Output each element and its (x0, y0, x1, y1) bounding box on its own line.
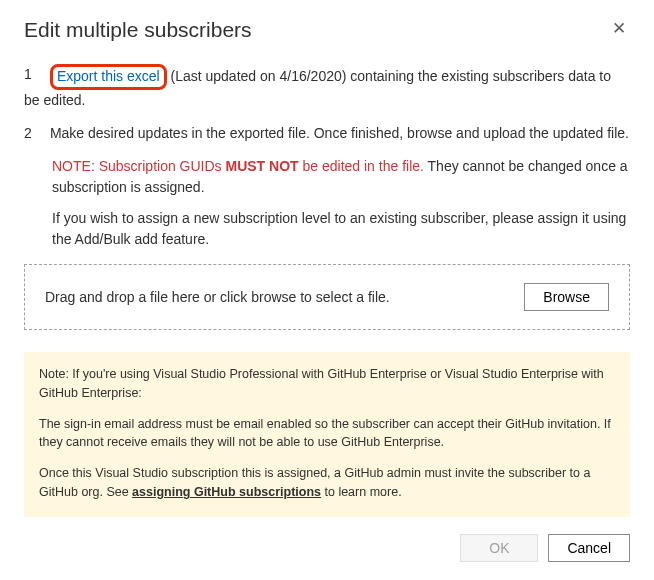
ok-button[interactable]: OK (460, 534, 538, 562)
step-1: 1 Export this excel (Last updated on 4/1… (24, 64, 630, 111)
notice-p2: The sign-in email address must be email … (39, 415, 615, 453)
file-dropzone[interactable]: Drag and drop a file here or click brows… (24, 264, 630, 330)
dropzone-text: Drag and drop a file here or click brows… (45, 289, 390, 305)
step-2-number: 2 (24, 123, 46, 144)
step-1-number: 1 (24, 64, 46, 85)
note-red-suffix: be edited in the file. (299, 158, 424, 174)
export-highlight: Export this excel (50, 64, 167, 90)
notice-p3: Once this Visual Studio subscription thi… (39, 464, 615, 502)
cancel-button[interactable]: Cancel (548, 534, 630, 562)
note-red-bold: MUST NOT (226, 158, 299, 174)
notice-p1: Note: If you're using Visual Studio Prof… (39, 365, 615, 403)
github-notice: Note: If you're using Visual Studio Prof… (24, 352, 630, 517)
title-row: Edit multiple subscribers ✕ (24, 18, 630, 56)
note-red: NOTE: Subscription GUIDs MUST NOT be edi… (52, 158, 428, 174)
note-red-prefix: NOTE: Subscription GUIDs (52, 158, 226, 174)
assigning-github-link[interactable]: assigning GitHub subscriptions (132, 485, 321, 499)
step-2-text: Make desired updates in the exported fil… (50, 125, 629, 141)
close-icon: ✕ (612, 19, 626, 38)
notice-p3-post: to learn more. (321, 485, 402, 499)
dialog-footer: OK Cancel (460, 534, 630, 562)
browse-button[interactable]: Browse (524, 283, 609, 311)
export-excel-link[interactable]: Export this excel (57, 68, 160, 84)
edit-subscribers-dialog: Edit multiple subscribers ✕ 1 Export thi… (0, 0, 654, 580)
close-button[interactable]: ✕ (608, 18, 630, 39)
step-2-wish: If you wish to assign a new subscription… (52, 208, 630, 250)
step-2: 2 Make desired updates in the exported f… (24, 123, 630, 144)
dialog-title: Edit multiple subscribers (24, 18, 252, 42)
step-2-note: NOTE: Subscription GUIDs MUST NOT be edi… (52, 156, 630, 198)
